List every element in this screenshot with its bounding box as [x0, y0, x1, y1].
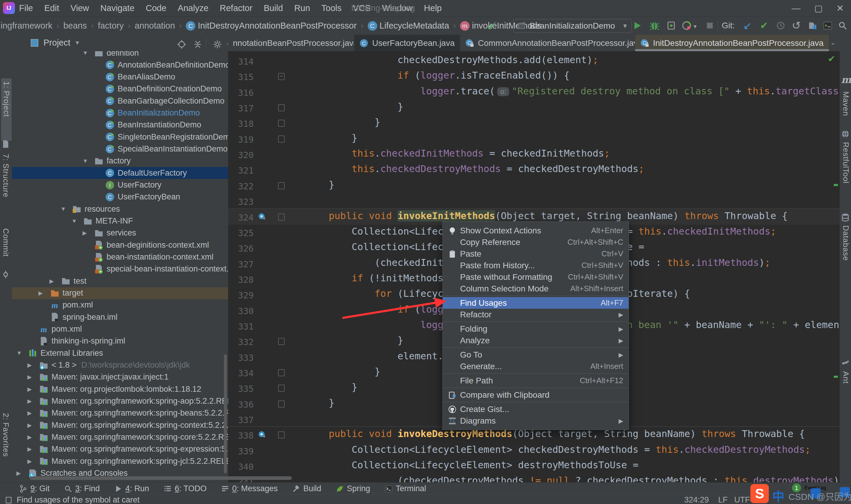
tree-item-thinking-in-spring-iml[interactable]: thinking-in-spring.iml	[12, 335, 228, 347]
tree-item-maven-org-springframework-spring-aop-5-2-2-release[interactable]: ▶Maven: org.springframework:spring-aop:5…	[12, 395, 228, 407]
expand-arrow-icon[interactable]: ▶	[28, 410, 32, 416]
context-menu-item-paste[interactable]: PasteCtrl+V	[443, 248, 629, 259]
tree-item-external-libraries[interactable]: ▼External Libraries	[12, 347, 228, 359]
collapse-arrow-icon[interactable]: ▼	[83, 158, 88, 164]
expand-arrow-icon[interactable]: ▶	[28, 362, 32, 368]
fold-marker-icon[interactable]	[278, 213, 285, 221]
coverage-button[interactable]	[665, 19, 678, 32]
git-commit-check-icon[interactable]: ✔	[758, 19, 771, 32]
breadcrumb-item[interactable]: beans	[64, 21, 87, 31]
tree-item-meta-inf[interactable]: ▼META-INF	[12, 215, 228, 227]
tree-item-beaninitializationdemo[interactable]: CBeanInitializationDemo	[12, 107, 228, 119]
tree-item-userfactory[interactable]: IUserFactory	[12, 179, 228, 191]
tree-item-userfactorybean[interactable]: CUserFactoryBean	[12, 191, 228, 203]
menu-view[interactable]: View	[71, 3, 89, 13]
expand-arrow-icon[interactable]: ▶	[28, 374, 32, 380]
tabs-overflow-chevron-icon[interactable]: ⌄	[830, 39, 835, 47]
context-menu-item-generate-[interactable]: Generate...Alt+Insert	[443, 361, 629, 372]
minimize-button[interactable]: —	[792, 3, 801, 13]
tree-item--1-8-[interactable]: ▶< 1.8 > D:\worksprace\devtools\jdk\jdk	[12, 359, 228, 371]
tree-item-services[interactable]: ▶services	[12, 227, 228, 239]
fold-marker-icon[interactable]	[278, 104, 285, 111]
tree-item-beandefinitioncreationdemo[interactable]: CBeanDefinitionCreationDemo	[12, 83, 228, 95]
breadcrumb-item[interactable]: ingframework	[1, 21, 52, 31]
caret-position[interactable]: 324:29	[684, 496, 709, 504]
expand-arrow-icon[interactable]: ▶	[28, 434, 32, 440]
menu-refactor[interactable]: Refactor	[220, 3, 253, 13]
menu-tools[interactable]: Tools	[321, 3, 342, 13]
tree-item-factory[interactable]: ▼factory	[12, 155, 228, 167]
toolwindow-button-todo[interactable]: 6: TODO	[163, 484, 207, 493]
debug-button[interactable]	[648, 19, 661, 32]
tree-item-definition[interactable]: ▼definition	[12, 51, 228, 59]
toolwindow-button-messages[interactable]: 0: Messages	[221, 484, 278, 493]
ant-icon[interactable]	[841, 358, 850, 367]
context-menu-item-go-to[interactable]: Go To▶	[443, 349, 629, 361]
tool-stripe-button-restfultool[interactable]: RestfulTool	[841, 142, 850, 204]
project-horizontal-scrollbar[interactable]	[30, 476, 292, 480]
expand-arrow-icon[interactable]: ▶	[28, 422, 32, 429]
context-menu-item-paste-without-formatting[interactable]: Paste without FormattingCtrl+Alt+Shift+V	[443, 271, 629, 283]
menu-analyze[interactable]: Analyze	[178, 3, 209, 13]
tree-item-pom-xml[interactable]: mpom.xml	[12, 299, 228, 311]
run-button[interactable]	[631, 19, 644, 32]
inspections-ok-icon[interactable]: ✔	[828, 54, 835, 64]
fold-marker-icon[interactable]	[278, 369, 285, 376]
tree-item-special-bean-instantiation-context-xml[interactable]: special-bean-instantiation-context.xml	[12, 263, 228, 275]
context-menu-item-paste-from-history-[interactable]: Paste from History...Ctrl+Shift+V	[443, 259, 629, 271]
collapse-arrow-icon[interactable]: ▼	[83, 51, 88, 56]
expand-arrow-icon[interactable]: ▶	[28, 446, 32, 452]
menu-code[interactable]: Code	[146, 3, 166, 13]
tool-stripe-button-2-favorites[interactable]: 2: Favorites	[1, 413, 11, 479]
globe-icon[interactable]	[841, 129, 850, 139]
context-menu-item-show-context-actions[interactable]: Show Context ActionsAlt+Enter	[443, 225, 629, 236]
tree-item-maven-org-springframework-spring-beans-5-2-2-release[interactable]: ▶Maven: org.springframework:spring-beans…	[12, 407, 228, 419]
tree-item-singletonbeanregistrationdemo[interactable]: CSingletonBeanRegistrationDemo	[12, 131, 228, 143]
context-menu-item-analyze[interactable]: Analyze▶	[443, 335, 629, 346]
fold-marker-icon[interactable]	[278, 120, 285, 127]
tool-stripe-button-m[interactable]: m	[841, 74, 851, 89]
run-anything-console-icon[interactable]	[821, 19, 834, 32]
tree-item-resources[interactable]: ▼resources	[12, 203, 228, 215]
tree-item-maven-org-projectlombok-lombok-1-18-12[interactable]: ▶Maven: org.projectlombok:lombok:1.18.12	[12, 383, 228, 395]
menu-run[interactable]: Run	[294, 3, 310, 13]
menu-edit[interactable]: Edit	[44, 3, 59, 13]
project-vertical-scrollbar[interactable]	[224, 354, 227, 473]
breadcrumb-item[interactable]: CInitDestroyAnnotationBeanPostProcessor	[186, 21, 357, 31]
fold-marker-icon[interactable]: –	[278, 73, 285, 80]
rollback-icon[interactable]: ↺	[790, 19, 803, 32]
menu-file[interactable]: File	[19, 3, 33, 13]
overridden-method-gutter-icon[interactable]	[258, 430, 267, 439]
tool-stripe-button-maven[interactable]: Maven	[841, 91, 850, 127]
toolwindow-button-spring[interactable]: Spring	[336, 484, 370, 493]
editor-tab-userfactorybean-java[interactable]: CUserFactoryBean.java✕	[354, 35, 460, 51]
tree-item-bean-deginitions-context-xml[interactable]: bean-deginitions-context.xml	[12, 239, 228, 251]
tree-item-annotationbeandefinitiondemo[interactable]: CAnnotationBeanDefinitionDemo	[12, 59, 228, 71]
gear-icon[interactable]	[211, 38, 224, 51]
context-menu-item-find-usages[interactable]: Find UsagesAlt+F7	[443, 297, 629, 309]
tool-stripe-button-database[interactable]: Database	[841, 226, 850, 276]
breadcrumb-item[interactable]: factory	[98, 21, 124, 31]
collapse-arrow-icon[interactable]: ▼	[71, 218, 77, 224]
tree-item-bean-instantiation-context-xml[interactable]: bean-instantiation-context.xml	[12, 251, 228, 263]
toolwindow-switcher-icon[interactable]	[5, 496, 13, 504]
db-icon[interactable]	[841, 213, 850, 222]
build-wrench-icon[interactable]	[485, 19, 499, 32]
tree-item-defaultuserfactory[interactable]: CDefaultUserFactory	[12, 167, 228, 179]
close-button[interactable]: ✕	[836, 3, 844, 13]
diff-icon[interactable]	[806, 19, 819, 32]
tree-item-maven-org-springframework-spring-context-5-2-2-release[interactable]: ▶Maven: org.springframework:spring-conte…	[12, 419, 228, 431]
fold-marker-icon[interactable]	[278, 400, 285, 408]
file-icon[interactable]	[1, 140, 10, 148]
expand-arrow-icon[interactable]: ▶	[28, 386, 32, 393]
editor-tab-nnotationbeanpostprocessor-java[interactable]: nnotationBeanPostProcessor.java✕	[228, 35, 354, 51]
profiler-chevron-icon[interactable]: ▼	[693, 24, 698, 30]
context-menu-item-folding[interactable]: Folding▶	[443, 323, 629, 335]
context-menu-item-file-path[interactable]: File PathCtrl+Alt+F12	[443, 375, 629, 386]
expand-arrow-icon[interactable]: ▶	[16, 470, 21, 476]
expand-arrow-icon[interactable]: ▶	[28, 458, 32, 465]
toolwindow-button-terminal[interactable]: Terminal	[384, 484, 426, 493]
menu-build[interactable]: Build	[264, 3, 283, 13]
breadcrumb-item[interactable]: annotation	[134, 21, 175, 31]
tree-item-maven-org-springframework-spring-expression-5-2-2-release[interactable]: ▶Maven: org.springframework:spring-expre…	[12, 443, 228, 455]
